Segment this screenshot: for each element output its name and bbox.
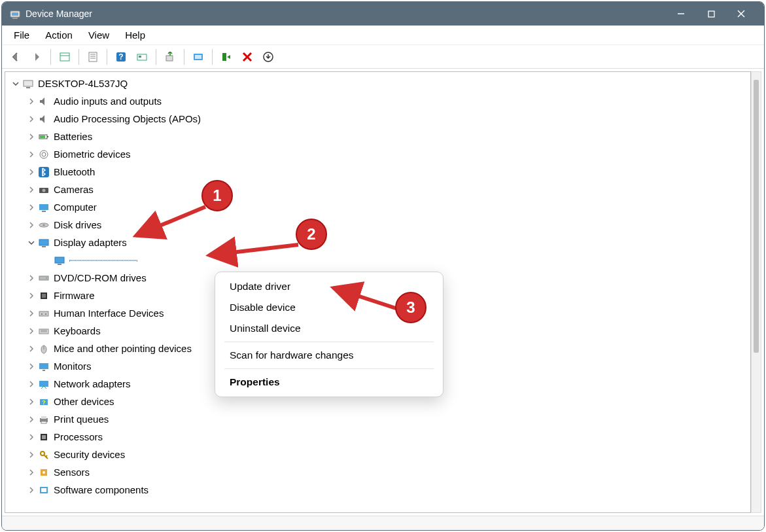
svg-line-70 — [209, 245, 298, 255]
annotation-arrows — [0, 0, 766, 532]
annotation-badge-3: 3 — [395, 292, 427, 323]
svg-line-71 — [334, 288, 398, 309]
annotation-badge-1: 1 — [201, 180, 233, 211]
svg-line-69 — [136, 207, 205, 236]
annotation-badge-2: 2 — [296, 219, 327, 250]
